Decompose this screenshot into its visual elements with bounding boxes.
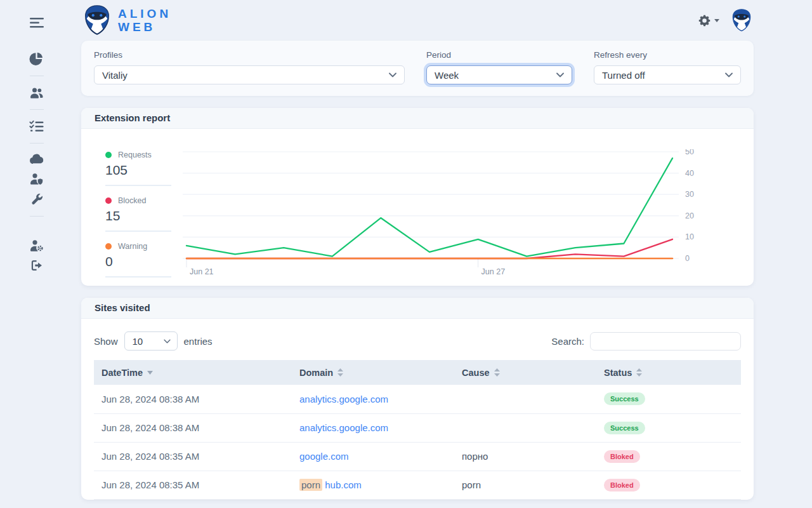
- requests-dot-icon: [105, 152, 112, 158]
- column-header-cause[interactable]: Cause: [454, 360, 596, 385]
- sidebar-item-rules[interactable]: [29, 119, 44, 133]
- sidebar-item-account-settings[interactable]: [29, 238, 44, 252]
- users-icon: [29, 86, 44, 100]
- refresh-filter: Refresh every Turned off: [594, 50, 741, 84]
- sort-both-icon: [636, 368, 642, 377]
- cell-domain: porn hub.com: [292, 471, 454, 499]
- chevron-down-icon: [556, 72, 564, 77]
- app-logo[interactable]: ALION WEB: [81, 4, 171, 36]
- cell-status: Success: [596, 385, 741, 413]
- sidebar-divider: [30, 109, 44, 110]
- sidebar-item-profiles[interactable]: [29, 86, 44, 100]
- sort-both-icon: [337, 368, 343, 377]
- sidebar-divider: [30, 143, 44, 144]
- stat-warning: Warning 0: [105, 242, 171, 277]
- cell-cause: porn: [454, 471, 596, 499]
- cell-status: Success: [596, 413, 741, 442]
- sidebar-item-logout[interactable]: [30, 258, 44, 272]
- column-header-status[interactable]: Status: [596, 360, 741, 385]
- blocked-label: Blocked: [118, 196, 146, 205]
- robot-avatar-icon: [730, 8, 754, 32]
- page-size-value: 10: [133, 336, 143, 347]
- table-controls: Show 10 entries Search:: [81, 319, 754, 360]
- menu-toggle-button[interactable]: [29, 17, 44, 29]
- svg-text:Jun 27: Jun 27: [481, 267, 506, 276]
- refresh-select[interactable]: Turned off: [594, 65, 741, 84]
- robot-mascot-icon: [81, 4, 113, 36]
- period-selected-value: Week: [435, 70, 459, 81]
- wrench-icon: [30, 192, 44, 206]
- topbar-actions: [698, 8, 754, 32]
- status-badge: Bloked: [604, 479, 640, 491]
- report-chart-area: 01020304050Jun 21Jun 27: [183, 149, 735, 286]
- svg-text:40: 40: [685, 169, 694, 178]
- extension-report-card: Extension report Requests 105 Blocked 15: [81, 108, 754, 286]
- sidebar-nav: [29, 29, 44, 272]
- column-header-datetime[interactable]: DateTime: [94, 360, 292, 385]
- search-label: Search:: [551, 336, 584, 347]
- cell-status: Bloked: [596, 442, 741, 471]
- sidebar-item-dashboard[interactable]: [29, 51, 44, 66]
- domain-link[interactable]: analytics.google.com: [299, 422, 388, 433]
- filters-panel: Profiles Vitaliy Period Week Refresh eve…: [81, 41, 754, 96]
- logo-line1: ALION: [118, 7, 171, 20]
- user-avatar[interactable]: [730, 8, 754, 32]
- logo-text: ALION WEB: [118, 7, 171, 34]
- profiles-filter: Profiles Vitaliy: [94, 50, 405, 84]
- table-header-row: DateTime Domain Cause: [94, 360, 741, 385]
- sidebar-item-cloud[interactable]: [29, 153, 44, 164]
- search-input[interactable]: [590, 332, 741, 351]
- sidebar-item-user-protection[interactable]: [29, 171, 44, 185]
- chevron-down-icon: [725, 72, 733, 77]
- domain-link[interactable]: analytics.google.com: [299, 394, 388, 404]
- cell-cause: [454, 413, 596, 442]
- topbar: ALION WEB: [81, 0, 754, 41]
- profiles-selected-value: Vitaliy: [102, 70, 128, 81]
- profiles-label: Profiles: [94, 50, 405, 60]
- table-row: Jun 28, 2024 08:35 AM google.com порно B…: [94, 442, 741, 471]
- sidebar: [0, 0, 73, 508]
- cloud-icon: [29, 153, 44, 164]
- domain-link[interactable]: hub.com: [325, 479, 362, 490]
- extension-report-chart: 01020304050Jun 21Jun 27: [183, 149, 735, 283]
- svg-text:0: 0: [685, 254, 690, 263]
- status-badge: Success: [604, 392, 645, 405]
- sort-both-icon: [494, 368, 500, 377]
- profiles-select[interactable]: Vitaliy: [94, 65, 405, 84]
- chevron-down-icon: [714, 19, 719, 22]
- sites-table: DateTime Domain Cause: [94, 360, 741, 500]
- extension-report-body: Requests 105 Blocked 15 Warning: [81, 129, 754, 286]
- period-select[interactable]: Week: [426, 65, 572, 84]
- sidebar-divider: [30, 76, 44, 76]
- sites-visited-card: Sites visited Show 10 entries Search: Da…: [81, 298, 754, 500]
- task-list-icon: [29, 119, 44, 133]
- table-row: Jun 28, 2024 08:38 AM analytics.google.c…: [94, 413, 741, 442]
- svg-text:30: 30: [685, 190, 694, 199]
- menu-icon: [29, 17, 44, 29]
- sign-out-icon: [30, 258, 44, 272]
- domain-link[interactable]: google.com: [299, 451, 349, 462]
- sidebar-item-tools[interactable]: [30, 192, 44, 206]
- sort-desc-icon: [147, 371, 153, 375]
- logo-line2: WEB: [118, 20, 171, 34]
- sites-visited-title: Sites visited: [81, 298, 754, 319]
- settings-menu-button[interactable]: [698, 14, 719, 27]
- stat-blocked: Blocked 15: [105, 196, 171, 232]
- warning-value: 0: [105, 254, 171, 269]
- show-label: Show: [94, 336, 118, 347]
- report-stats: Requests 105 Blocked 15 Warning: [105, 129, 171, 286]
- page-size-select[interactable]: 10: [124, 331, 178, 351]
- table-row: Jun 28, 2024 08:35 AM porn hub.com porn …: [94, 471, 741, 499]
- period-filter: Period Week: [426, 50, 572, 84]
- cell-datetime: Jun 28, 2024 08:38 AM: [94, 385, 292, 413]
- stat-requests: Requests 105: [105, 150, 171, 186]
- cell-datetime: Jun 28, 2024 08:35 AM: [94, 471, 292, 499]
- warning-dot-icon: [105, 243, 112, 250]
- requests-value: 105: [105, 163, 171, 178]
- user-gear-icon: [29, 238, 44, 252]
- chevron-down-icon: [164, 339, 171, 344]
- column-header-domain[interactable]: Domain: [292, 360, 454, 385]
- gear-icon: [698, 14, 711, 27]
- period-label: Period: [426, 50, 572, 60]
- cell-cause: [454, 385, 596, 413]
